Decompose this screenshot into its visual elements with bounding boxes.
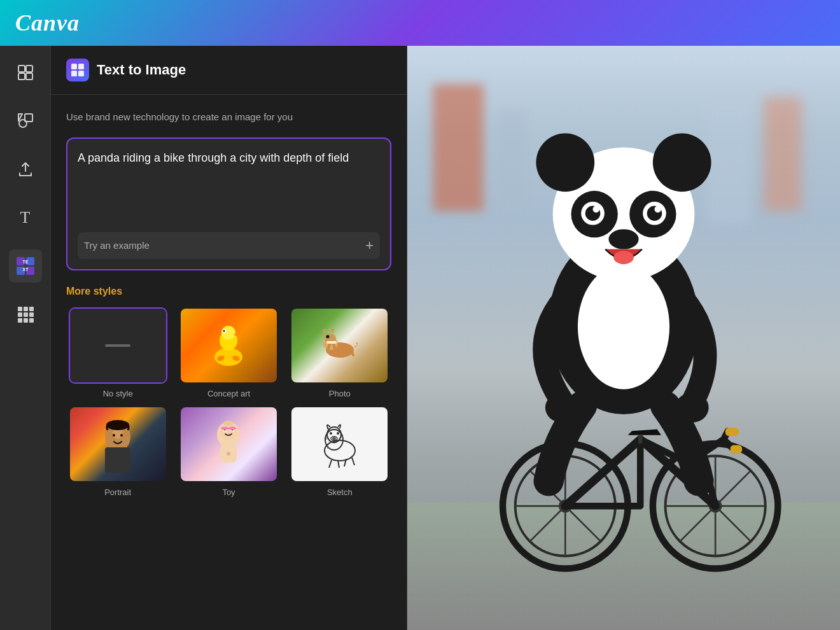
svg-point-94 [608, 229, 638, 249]
sidebar: T TE XT [0, 46, 51, 630]
svg-point-52 [227, 452, 230, 456]
svg-rect-15 [18, 312, 22, 317]
svg-rect-13 [24, 307, 28, 311]
svg-line-63 [352, 458, 354, 465]
svg-point-85 [653, 133, 711, 192]
panel-description: Use brand new technology to create an im… [66, 110, 391, 125]
text-to-image-panel: Text to Image Use brand new technology t… [51, 46, 407, 630]
style-label-toy: Toy [222, 487, 235, 497]
canvas-area [407, 46, 840, 630]
toy-illustration [206, 416, 251, 473]
svg-line-60 [329, 460, 332, 468]
svg-point-50 [223, 421, 234, 426]
canvas-image [407, 46, 840, 630]
svg-point-35 [326, 335, 329, 338]
style-label-portrait: Portrait [104, 487, 131, 497]
svg-point-53 [325, 440, 355, 461]
style-item-toy[interactable]: Toy [177, 406, 280, 497]
style-item-sketch[interactable]: Sketch [288, 406, 391, 497]
style-label-photo: Photo [329, 389, 351, 398]
svg-rect-36 [326, 341, 337, 344]
main-layout: T TE XT [0, 46, 840, 630]
svg-rect-12 [18, 307, 22, 311]
svg-rect-21 [71, 64, 77, 69]
svg-rect-24 [78, 71, 84, 76]
svg-rect-1 [26, 66, 32, 72]
style-thumbnail-portrait[interactable] [69, 406, 167, 482]
sidebar-item-text[interactable]: T [9, 201, 42, 234]
style-item-photo[interactable]: Photo [288, 307, 391, 398]
svg-rect-19 [24, 318, 28, 323]
svg-rect-79 [731, 445, 742, 454]
svg-point-57 [337, 432, 339, 435]
svg-text:XT: XT [22, 267, 29, 272]
more-styles-section: More styles No style [66, 286, 391, 497]
sketch-illustration [311, 416, 368, 473]
try-example-button[interactable]: Try an example + [78, 232, 380, 259]
sidebar-item-text-to-image[interactable]: TE XT [9, 249, 42, 283]
svg-point-84 [536, 133, 594, 192]
svg-rect-3 [26, 73, 32, 80]
style-item-concept-art[interactable]: Concept art [177, 307, 280, 398]
svg-point-4 [19, 120, 27, 127]
svg-rect-2 [18, 73, 25, 80]
style-item-portrait[interactable]: Portrait [66, 406, 169, 497]
sidebar-item-elements[interactable] [9, 56, 42, 89]
svg-rect-38 [105, 447, 130, 473]
prompt-input[interactable]: A panda riding a bike through a city wit… [78, 149, 380, 222]
sidebar-item-templates[interactable] [9, 104, 42, 137]
style-label-no-style: No style [103, 389, 133, 398]
panel-header: Text to Image [51, 46, 407, 95]
try-example-plus-icon: + [365, 237, 374, 254]
svg-point-41 [120, 434, 123, 437]
panel-content: Use brand new technology to create an im… [51, 95, 407, 630]
svg-point-40 [113, 434, 115, 437]
app-header: Canva [0, 0, 840, 46]
svg-point-82 [578, 264, 669, 389]
more-styles-label: More styles [66, 286, 391, 297]
portrait-illustration [92, 412, 143, 476]
sidebar-item-apps[interactable] [9, 298, 42, 331]
svg-text:TE: TE [22, 260, 28, 264]
svg-point-42 [106, 420, 129, 430]
svg-rect-20 [29, 318, 34, 323]
svg-rect-17 [29, 312, 34, 317]
corgi-illustration [311, 323, 368, 368]
svg-rect-78 [725, 428, 739, 436]
sidebar-item-uploads[interactable] [9, 153, 42, 186]
try-example-label: Try an example [84, 240, 150, 251]
style-label-concept-art: Concept art [207, 389, 250, 398]
style-thumbnail-toy[interactable] [179, 406, 278, 482]
panel-header-icon [66, 59, 89, 81]
svg-rect-14 [29, 307, 34, 311]
svg-rect-18 [18, 318, 22, 323]
canva-logo: Canva [15, 10, 80, 36]
panel-title: Text to Image [97, 62, 186, 78]
style-item-no-style[interactable]: No style [66, 307, 169, 398]
style-thumbnail-concept-art[interactable] [179, 307, 278, 384]
svg-point-29 [223, 330, 225, 332]
style-thumbnail-no-style[interactable] [69, 307, 167, 384]
style-label-sketch: Sketch [327, 487, 353, 497]
svg-rect-23 [71, 71, 77, 76]
svg-point-59 [332, 437, 336, 440]
svg-rect-22 [78, 64, 84, 69]
svg-point-93 [654, 206, 661, 212]
panda-svg [457, 106, 790, 589]
text-input-container[interactable]: A panda riding a bike through a city wit… [66, 137, 391, 270]
svg-point-27 [221, 326, 235, 340]
styles-grid: No style [66, 307, 391, 497]
svg-point-95 [613, 251, 633, 264]
svg-rect-16 [24, 312, 28, 317]
style-thumbnail-sketch[interactable] [290, 406, 389, 482]
duck-illustration [203, 320, 254, 371]
svg-point-92 [593, 206, 599, 212]
style-thumbnail-photo[interactable] [290, 307, 389, 384]
svg-rect-0 [18, 66, 25, 72]
svg-point-56 [330, 432, 332, 435]
no-style-dash [105, 344, 130, 347]
